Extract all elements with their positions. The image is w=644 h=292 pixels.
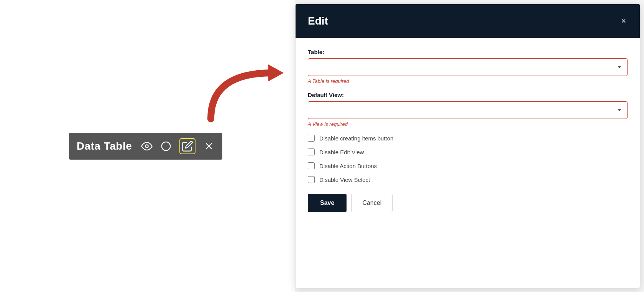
- modal-actions: Save Cancel: [308, 194, 628, 212]
- checkbox-disable-view-select[interactable]: Disable View Select: [308, 176, 628, 183]
- circle-icon: [160, 140, 172, 152]
- table-label: Table:: [308, 49, 628, 55]
- checkbox-disable-view-select-input[interactable]: [308, 176, 315, 183]
- svg-point-0: [146, 145, 149, 148]
- circle-icon-button[interactable]: [160, 140, 172, 152]
- modal-header: Edit ×: [296, 4, 640, 38]
- toolbar-title: Data Table: [77, 140, 132, 152]
- table-field-group: Table: A Table is required: [308, 49, 628, 84]
- eye-icon-button[interactable]: [141, 140, 153, 152]
- checkbox-disable-action-buttons-label: Disable Action Buttons: [319, 163, 377, 169]
- close-toolbar-button[interactable]: [203, 140, 215, 152]
- checkbox-disable-edit-view[interactable]: Disable Edit View: [308, 148, 628, 155]
- checkbox-disable-creating[interactable]: Disable creating items button: [308, 135, 628, 142]
- checkbox-disable-view-select-label: Disable View Select: [319, 177, 370, 183]
- view-error: A View is required: [308, 121, 628, 127]
- svg-point-1: [162, 142, 171, 150]
- edit-modal: Edit × Table: A Table is required Defaul…: [295, 4, 640, 288]
- checkbox-disable-edit-view-label: Disable Edit View: [319, 149, 364, 155]
- background-area: Data Table: [0, 0, 291, 292]
- x-icon: [203, 140, 215, 152]
- arrow-svg: [203, 58, 299, 127]
- save-button[interactable]: Save: [308, 194, 347, 212]
- view-label: Default View:: [308, 92, 628, 98]
- arrow-indicator: [203, 58, 299, 127]
- checkbox-disable-edit-view-input[interactable]: [308, 148, 315, 155]
- table-select-wrapper: [308, 58, 628, 76]
- table-select[interactable]: [308, 58, 628, 76]
- view-select-wrapper: [308, 101, 628, 119]
- view-field-group: Default View: A View is required: [308, 92, 628, 127]
- modal-title: Edit: [308, 15, 328, 27]
- modal-body: Table: A Table is required Default View:…: [296, 38, 640, 288]
- modal-close-button[interactable]: ×: [619, 15, 628, 27]
- modal-overlay: Edit × Table: A Table is required Defaul…: [295, 0, 644, 292]
- pencil-icon: [182, 140, 193, 152]
- toolbar-icons: [141, 138, 215, 154]
- view-select[interactable]: [308, 101, 628, 119]
- table-error: A Table is required: [308, 78, 628, 84]
- checkbox-disable-action-buttons[interactable]: Disable Action Buttons: [308, 162, 628, 169]
- checkboxes-section: Disable creating items button Disable Ed…: [308, 135, 628, 183]
- edit-icon-button[interactable]: [179, 138, 196, 154]
- eye-icon: [141, 140, 153, 152]
- cancel-button[interactable]: Cancel: [351, 194, 393, 212]
- svg-marker-4: [268, 64, 284, 81]
- checkbox-disable-creating-input[interactable]: [308, 135, 315, 142]
- checkbox-disable-creating-label: Disable creating items button: [319, 135, 393, 142]
- toolbar: Data Table: [69, 133, 223, 160]
- checkbox-disable-action-buttons-input[interactable]: [308, 162, 315, 169]
